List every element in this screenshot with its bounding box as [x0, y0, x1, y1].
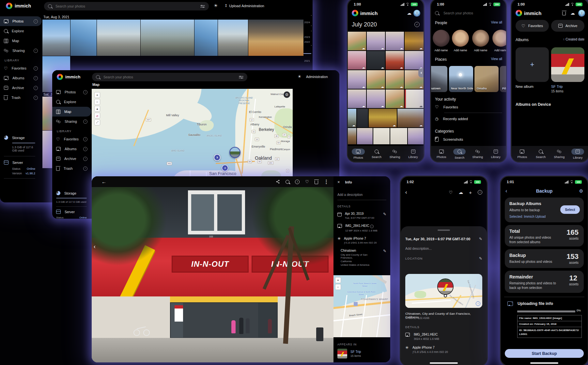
- sidebar-item-map[interactable]: Map: [0, 36, 42, 46]
- map-cluster-marker[interactable]: 5: [214, 154, 221, 161]
- map-cluster-marker[interactable]: 4: [222, 165, 228, 171]
- nav-library[interactable]: Library: [405, 149, 422, 159]
- photo-tile[interactable]: ☁: [405, 51, 424, 70]
- add-description-field[interactable]: Add description...: [401, 241, 487, 250]
- scroll-thumb[interactable]: ⬍: [418, 68, 424, 77]
- info-icon[interactable]: i: [34, 96, 38, 100]
- search-bar[interactable]: [44, 2, 209, 10]
- favorite-icon[interactable]: ♡: [305, 180, 309, 184]
- photo-tile[interactable]: ☁: [386, 32, 404, 50]
- upload-cloud-icon[interactable]: ☁: [458, 190, 463, 195]
- photo-tile[interactable]: [141, 20, 194, 56]
- info-icon[interactable]: i: [83, 157, 87, 161]
- zoom-out-button[interactable]: −: [335, 284, 341, 290]
- person-face[interactable]: [492, 30, 507, 47]
- map-controls[interactable]: +−: [335, 277, 341, 290]
- filter-sliders-icon[interactable]: [239, 75, 243, 79]
- sidebar-item-photos[interactable]: Photosi: [0, 16, 42, 26]
- zoom-in-button[interactable]: +: [335, 277, 341, 283]
- place-card[interactable]: Chinatown: [430, 66, 447, 92]
- favorites-button[interactable]: ♡Favorites: [516, 20, 549, 32]
- photo-tile[interactable]: [42, 20, 70, 56]
- filter-sliders-icon[interactable]: [200, 5, 205, 8]
- close-icon[interactable]: ×: [337, 180, 340, 184]
- start-backup-button[interactable]: Start Backup: [505, 349, 584, 358]
- add-name-link[interactable]: Add name: [452, 49, 469, 52]
- sidebar-item-trash[interactable]: Trashi: [52, 164, 91, 173]
- photo-tile[interactable]: ☁: [397, 109, 424, 127]
- photo-tile[interactable]: [42, 131, 52, 168]
- select-button[interactable]: Select: [560, 205, 580, 214]
- zoom-out-button[interactable]: −: [94, 99, 100, 105]
- nav-sharing[interactable]: Sharing: [386, 149, 403, 159]
- edit-date-icon[interactable]: ✎: [383, 212, 386, 219]
- add-description-field[interactable]: Add a description: [333, 184, 390, 197]
- search-bar[interactable]: [92, 73, 247, 81]
- nav-photos[interactable]: Photos: [514, 149, 531, 159]
- album-row[interactable]: SF Trip 15 items: [337, 349, 361, 358]
- place-card[interactable]: Near North Side: [449, 66, 473, 92]
- info-icon[interactable]: i: [83, 90, 87, 94]
- info-icon[interactable]: i: [295, 180, 300, 184]
- more-options-icon[interactable]: ⋮: [324, 179, 329, 185]
- add-name-link[interactable]: Add name: [433, 49, 450, 52]
- info-icon[interactable]: i: [83, 119, 87, 124]
- detail-sheet[interactable]: Tue, Apr 30, 2019 • 6:07 PM GMT-07:00 ✎ …: [401, 226, 487, 365]
- search-input[interactable]: [443, 11, 502, 15]
- photo-tile[interactable]: [390, 128, 407, 144]
- sidebar-item-archive[interactable]: Archivei: [0, 83, 42, 93]
- photo-tile[interactable]: ☁: [348, 89, 366, 108]
- trash-icon[interactable]: [562, 12, 566, 15]
- sidebar-item-sharing[interactable]: Sharingi: [52, 117, 91, 126]
- photo-canvas[interactable]: 333 IN-N-OUT IN-N-OUT ‹: [92, 187, 333, 362]
- share-icon[interactable]: [276, 180, 280, 184]
- sidebar-item-explore[interactable]: Explore: [0, 26, 42, 36]
- location-button[interactable]: ⌀: [94, 113, 100, 119]
- scrubber-position[interactable]: [303, 53, 311, 54]
- sidebar-item-favorites[interactable]: ♡Favoritesi: [0, 63, 42, 73]
- search-input[interactable]: [55, 4, 197, 8]
- places-view-all[interactable]: View all: [491, 57, 502, 62]
- back-icon[interactable]: ←: [101, 179, 106, 184]
- previous-photo-icon[interactable]: ‹: [94, 243, 96, 250]
- albums-sort[interactable]: ↑ Created date: [563, 38, 584, 41]
- nav-photos[interactable]: Photos: [350, 149, 367, 159]
- album-name[interactable]: SF Trip: [551, 85, 563, 88]
- compass-button[interactable]: ▲: [94, 106, 100, 112]
- nav-search[interactable]: Search: [451, 149, 468, 159]
- map-photo-marker[interactable]: [229, 147, 240, 158]
- select-all-icon[interactable]: ✓: [414, 22, 420, 27]
- place-card[interactable]: Pilsen: [500, 66, 507, 92]
- people-view-all[interactable]: View all: [491, 21, 502, 25]
- photo-tile[interactable]: ☁: [367, 89, 385, 108]
- person-face[interactable]: [433, 30, 450, 47]
- info-icon[interactable]: i: [34, 76, 38, 80]
- settings-gear-icon[interactable]: ⚙: [579, 188, 583, 194]
- photo-tile[interactable]: ☁: [386, 89, 404, 108]
- zoom-image-icon[interactable]: [286, 180, 289, 184]
- album-card-sf-trip[interactable]: [551, 47, 584, 82]
- photo-tile[interactable]: ☁: [369, 109, 397, 127]
- sidebar-item-favorites[interactable]: ♡Favoritesi: [52, 134, 91, 144]
- add-name-link[interactable]: Add name: [492, 49, 507, 52]
- info-icon[interactable]: i: [34, 86, 38, 90]
- photo-tile[interactable]: ☁: [405, 89, 424, 108]
- sync-cloud-icon[interactable]: ☁: [570, 11, 575, 15]
- photo-tile[interactable]: ☁: [367, 70, 385, 89]
- photo-tile[interactable]: ☁: [367, 32, 385, 50]
- photo-tile[interactable]: [70, 20, 97, 56]
- nav-library[interactable]: Library: [487, 149, 504, 159]
- favorite-icon[interactable]: ♡: [449, 190, 453, 195]
- theme-toggle-icon[interactable]: ☀: [214, 3, 218, 8]
- sidebar-item-albums[interactable]: Albumsi: [52, 144, 91, 154]
- sidebar-item-sharing[interactable]: Sharingi: [0, 46, 42, 56]
- photo-tile[interactable]: [373, 128, 390, 144]
- photo-tile[interactable]: [42, 97, 52, 130]
- sidebar-item-archive[interactable]: Archivei: [52, 154, 91, 164]
- info-icon[interactable]: i: [34, 66, 38, 71]
- edit-location-icon[interactable]: ✎: [479, 256, 482, 261]
- photo-tile[interactable]: ☁: [348, 32, 366, 50]
- info-icon[interactable]: i: [83, 147, 87, 151]
- photo-tile[interactable]: [357, 128, 373, 144]
- photo-tile[interactable]: [194, 20, 218, 56]
